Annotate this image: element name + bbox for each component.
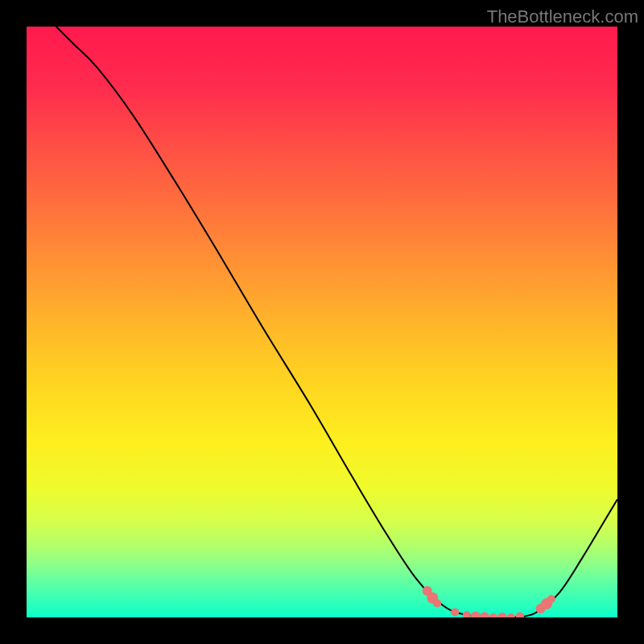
svg-point-3 [451, 608, 459, 616]
svg-point-7 [489, 613, 497, 617]
svg-point-13 [547, 595, 555, 603]
svg-point-8 [497, 613, 507, 617]
svg-point-9 [507, 613, 515, 617]
svg-point-5 [471, 612, 481, 617]
svg-point-4 [463, 611, 471, 617]
svg-point-6 [480, 612, 489, 617]
svg-point-2 [433, 599, 441, 607]
svg-point-10 [516, 613, 524, 617]
watermark: TheBottleneck.com [487, 6, 638, 27]
